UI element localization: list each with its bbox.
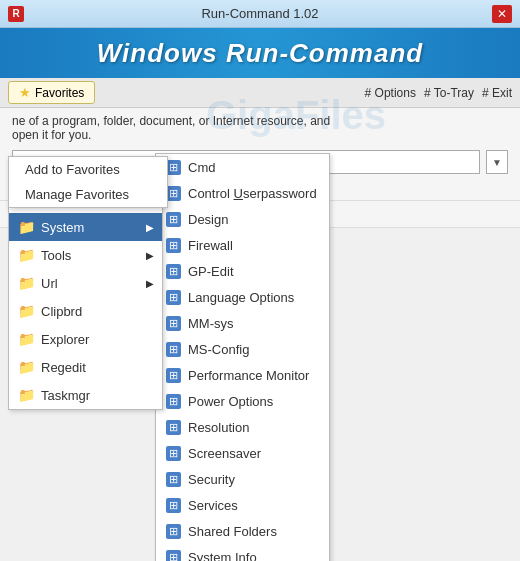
security-icon: ⊞ [164, 470, 182, 488]
sysinfo-icon: ⊞ [164, 548, 182, 561]
firewall-icon: ⊞ [164, 236, 182, 254]
submenu-design[interactable]: ⊞ Design [156, 206, 329, 232]
nav-item-regedit[interactable]: 📁 Regedit [9, 353, 162, 381]
favorites-menu: Add to Favorites Manage Favorites [8, 156, 168, 208]
description-text1: ne of a program, folder, document, or In… [12, 114, 330, 128]
submenu-screensaver[interactable]: ⊞ Screensaver [156, 440, 329, 466]
to-tray-link[interactable]: # To-Tray [424, 86, 474, 100]
nav-label-tools: Tools [41, 248, 71, 263]
perfmon-icon: ⊞ [164, 366, 182, 384]
header-banner: Windows Run-Command [0, 28, 520, 78]
submenu-label-firewall: Firewall [188, 238, 233, 253]
nav-label-system: System [41, 220, 84, 235]
favorites-button[interactable]: ★ Favorites [8, 81, 95, 104]
manage-favorites-item[interactable]: Manage Favorites [9, 182, 167, 207]
nav-label-explorer: Explorer [41, 332, 89, 347]
submenu-label-sharedfolders: Shared Folders [188, 524, 277, 539]
arrow-icon-url: ▶ [146, 278, 154, 289]
gpedit-icon: ⊞ [164, 262, 182, 280]
submenu-label-msconfig: MS-Config [188, 342, 249, 357]
nav-label-regedit: Regedit [41, 360, 86, 375]
sharedfolders-icon: ⊞ [164, 522, 182, 540]
window-title: Run-Command 1.02 [201, 6, 318, 21]
submenu-firewall[interactable]: ⊞ Firewall [156, 232, 329, 258]
submenu-label-mmsys: MM-sys [188, 316, 234, 331]
title-bar: R Run-Command 1.02 ✕ [0, 0, 520, 28]
submenu-label-cmd: Cmd [188, 160, 215, 175]
nav-label-clipbrd: Clipbrd [41, 304, 82, 319]
submenu-perfmon[interactable]: ⊞ Performance Monitor [156, 362, 329, 388]
folder-icon-explorer: 📁 [17, 330, 35, 348]
submenu-cmd[interactable]: ⊞ Cmd [156, 154, 329, 180]
folder-icon-regedit: 📁 [17, 358, 35, 376]
msconfig-icon: ⊞ [164, 340, 182, 358]
submenu-gpedit[interactable]: ⊞ GP-Edit [156, 258, 329, 284]
folder-icon-system: 📁 [17, 218, 35, 236]
folder-icon-taskmgr: 📁 [17, 386, 35, 404]
submenu-label-language: Language Options [188, 290, 294, 305]
dropdown-arrow[interactable]: ▼ [486, 150, 508, 174]
submenu-label-gpedit: GP-Edit [188, 264, 234, 279]
arrow-icon-system: ▶ [146, 222, 154, 233]
add-to-favorites-item[interactable]: Add to Favorites [9, 157, 167, 182]
submenu-mmsys[interactable]: ⊞ MM-sys [156, 310, 329, 336]
nav-item-system[interactable]: 📁 System ▶ [9, 213, 162, 241]
poweroptions-icon: ⊞ [164, 392, 182, 410]
folder-icon-tools: 📁 [17, 246, 35, 264]
description-text2: open it for you. [12, 128, 91, 142]
submenu-sharedfolders[interactable]: ⊞ Shared Folders [156, 518, 329, 544]
submenu-label-design: Design [188, 212, 228, 227]
submenu-language[interactable]: ⊞ Language Options [156, 284, 329, 310]
nav-item-clipbrd[interactable]: 📁 Clipbrd [9, 297, 162, 325]
star-icon: ★ [19, 85, 31, 100]
nav-label-taskmgr: Taskmgr [41, 388, 90, 403]
submenu-label-screensaver: Screensaver [188, 446, 261, 461]
nav-item-taskmgr[interactable]: 📁 Taskmgr [9, 381, 162, 409]
nav-item-url[interactable]: 📁 Url ▶ [9, 269, 162, 297]
services-icon: ⊞ [164, 496, 182, 514]
language-icon: ⊞ [164, 288, 182, 306]
nav-item-tools[interactable]: 📁 Tools ▶ [9, 241, 162, 269]
submenu-label-resolution: Resolution [188, 420, 249, 435]
submenu-control-userpassword[interactable]: ⊞ Control Userpassword [156, 180, 329, 206]
submenu-msconfig[interactable]: ⊞ MS-Config [156, 336, 329, 362]
toolbar-links: # Options # To-Tray # Exit [365, 86, 512, 100]
options-link[interactable]: # Options [365, 86, 416, 100]
folder-icon-url: 📁 [17, 274, 35, 292]
folder-icon-clipbrd: 📁 [17, 302, 35, 320]
submenu-label-sysinfo: System Info [188, 550, 257, 562]
submenu-services[interactable]: ⊞ Services [156, 492, 329, 518]
nav-label-url: Url [41, 276, 58, 291]
nav-item-explorer[interactable]: 📁 Explorer [9, 325, 162, 353]
screensaver-icon: ⊞ [164, 444, 182, 462]
design-icon: ⊞ [164, 210, 182, 228]
arrow-icon-tools: ▶ [146, 250, 154, 261]
submenu-poweroptions[interactable]: ⊞ Power Options [156, 388, 329, 414]
banner-title: Windows Run-Command [97, 38, 423, 69]
submenu-label-poweroptions: Power Options [188, 394, 273, 409]
submenu-resolution[interactable]: ⊞ Resolution [156, 414, 329, 440]
favorites-label: Favorites [35, 86, 84, 100]
submenu-sysinfo[interactable]: ⊞ System Info [156, 544, 329, 561]
main-content: ★ Favorites # Options # To-Tray # Exit n… [0, 78, 520, 228]
submenu-label-security: Security [188, 472, 235, 487]
system-submenu: ⊞ Cmd ⊞ Control Userpassword ⊞ Design ⊞ … [155, 153, 330, 561]
toolbar-row: ★ Favorites # Options # To-Tray # Exit [0, 78, 520, 108]
description-row: ne of a program, folder, document, or In… [0, 108, 520, 146]
exit-link[interactable]: # Exit [482, 86, 512, 100]
resolution-icon: ⊞ [164, 418, 182, 436]
submenu-security[interactable]: ⊞ Security [156, 466, 329, 492]
submenu-label-services: Services [188, 498, 238, 513]
mmsys-icon: ⊞ [164, 314, 182, 332]
close-button[interactable]: ✕ [492, 5, 512, 23]
submenu-label-control: Control Userpassword [188, 186, 317, 201]
submenu-label-perfmon: Performance Monitor [188, 368, 309, 383]
app-icon: R [8, 6, 24, 22]
